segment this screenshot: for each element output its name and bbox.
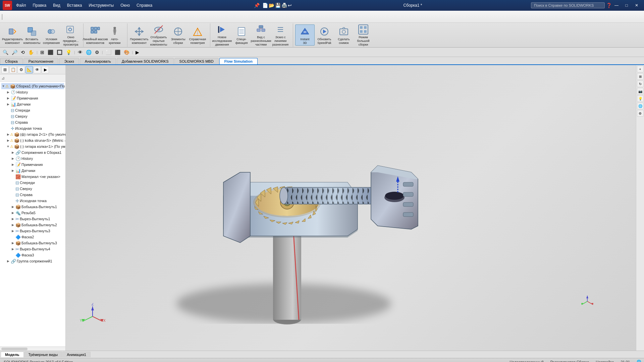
history-toggle[interactable]: ▶ xyxy=(6,90,10,94)
tree-chamfer1-node[interactable]: 🔷 Фаска2 xyxy=(1,234,64,240)
undo-icon[interactable]: ↩ xyxy=(288,3,292,8)
motion-study-button[interactable]: Новоеисследованиедвижения xyxy=(212,23,232,47)
notes-toggle[interactable]: ▶ xyxy=(6,97,10,100)
tree-cut2-node[interactable]: ▶ ✂ Вырез-Вытянуть3 xyxy=(1,228,64,234)
cut2-toggle[interactable]: ▶ xyxy=(11,229,15,233)
tree-front2-node[interactable]: ⊟ Спереди xyxy=(1,180,64,186)
btab-3d-views[interactable]: Трёмерные виды xyxy=(24,352,62,357)
root-toggle[interactable]: ▼ xyxy=(1,84,5,88)
tab-sketch[interactable]: Эскиз xyxy=(59,58,79,64)
maximize-button[interactable]: □ xyxy=(622,2,631,9)
tab-mbd[interactable]: SOLIDWORKS MBD xyxy=(174,58,219,64)
rp-camera-button[interactable]: 📷 xyxy=(637,88,644,95)
tree-notes-node[interactable]: ▶ 📝 Примечания xyxy=(1,95,64,101)
tab-analyze[interactable]: Анализировать xyxy=(80,58,116,64)
standard-views-icon[interactable]: ⊞ xyxy=(39,49,46,56)
help-icon[interactable]: ❓ xyxy=(606,3,612,8)
rp-view-button[interactable]: ⊞ xyxy=(637,73,644,80)
history2-toggle[interactable]: ▶ xyxy=(11,157,15,160)
tree-boss3-node[interactable]: ▶ 📦 Бобышка-Вытянуть3 xyxy=(1,240,64,246)
rp-scene-button[interactable]: 🌐 xyxy=(637,103,644,109)
view-settings-icon[interactable]: ⚙ xyxy=(94,49,101,56)
print-icon[interactable]: 🖨️ xyxy=(281,3,287,8)
gitara2-toggle[interactable]: ▶ xyxy=(6,133,10,136)
tab-flow-simulation[interactable]: Flow Simulation xyxy=(219,58,258,64)
boss3-toggle[interactable]: ▶ xyxy=(11,241,15,245)
btab-model[interactable]: Модель xyxy=(1,352,24,357)
tree-front-node[interactable]: ⊟ Спереди xyxy=(1,107,64,113)
tree-kolka-node[interactable]: ▶ ⚠ 📦 (-) kolka struna<5> (Metric - RH H… xyxy=(1,137,64,143)
tree-origin-node[interactable]: ✛ Исходная точка xyxy=(1,125,64,131)
exploded-view-button[interactable]: Вид сразнесённымичастями xyxy=(251,23,271,47)
menu-insert[interactable]: Вставка xyxy=(66,2,84,8)
show-hidden-button[interactable]: Отобразитьскрытыекомпоненты xyxy=(149,23,168,47)
fasteners-button[interactable]: Авто-крепежи xyxy=(105,24,124,46)
snapshot-button[interactable]: Сделатьснимок xyxy=(334,24,354,46)
display-style-icon[interactable]: 💡 xyxy=(64,49,73,56)
tree-origin2-node[interactable]: ✛ Исходная точка xyxy=(1,198,64,204)
back-view-icon[interactable]: ⬛ xyxy=(113,49,122,56)
section-view-icon[interactable]: ⬛ xyxy=(46,49,55,56)
config-manager-button[interactable]: ⚙ xyxy=(17,66,25,73)
menu-tools[interactable]: Инструменты xyxy=(87,2,115,8)
ref-geometry-button[interactable]: Справочнаягеометрия xyxy=(188,24,207,46)
close-button[interactable]: ✕ xyxy=(632,2,641,9)
rp-settings-button[interactable]: ⚙ xyxy=(637,110,644,117)
tree-root-node[interactable]: ▼ ⚠ 📦 Сборка1 (По умолчанию<По умо... xyxy=(1,83,64,89)
preview-component-button[interactable]: Окнопредвари...просмотра xyxy=(61,23,80,47)
dim-expert-button[interactable]: 📐 xyxy=(25,66,33,73)
pin-icon[interactable]: 📌 xyxy=(254,3,260,8)
property-manager-button[interactable]: 📋 xyxy=(9,66,17,73)
thread1-toggle[interactable]: ▶ xyxy=(11,211,15,215)
tree-mating-node[interactable]: ▶ 🔗 Сопряжения в Сборка1 xyxy=(1,149,64,156)
large-assembly-button[interactable]: Режимбольшойсборки xyxy=(354,23,373,47)
menu-file[interactable]: Файл xyxy=(15,2,28,8)
tree-sensors2-node[interactable]: ▶ 📊 Датчики xyxy=(1,168,64,174)
hide-show-icon[interactable]: 👁 xyxy=(76,49,84,56)
tree-gitara2-node[interactable]: ▶ ⚠ 📦 (ф) гитара 2<1> (По умолчани... xyxy=(1,131,64,137)
status-lang-icon[interactable]: 🌐 xyxy=(637,360,641,362)
menu-view[interactable]: Вид xyxy=(52,2,62,8)
menu-help[interactable]: Справка xyxy=(135,2,154,8)
rp-zoom-button[interactable]: + xyxy=(637,66,644,72)
cut3-toggle[interactable]: ▶ xyxy=(11,247,15,251)
zoom-in-icon[interactable]: 🔎 xyxy=(10,49,19,56)
cut1-toggle[interactable]: ▶ xyxy=(11,217,15,221)
menu-edit[interactable]: Правка xyxy=(32,2,48,8)
linear-pattern-button[interactable]: Линейный массивкомпонентов xyxy=(86,24,105,46)
boss2-toggle[interactable]: ▶ xyxy=(11,223,15,227)
edit-component-button[interactable]: Редактироватькомпонент xyxy=(3,24,22,46)
tree-right-node[interactable]: ⊟ Справа xyxy=(1,119,64,125)
tab-addins[interactable]: Добавления SOLIDWORKS xyxy=(117,58,174,64)
help-search-input[interactable] xyxy=(531,2,605,8)
boss1-toggle[interactable]: ▶ xyxy=(11,205,15,208)
mating-group-toggle[interactable]: ▶ xyxy=(6,259,10,263)
tree-history2-node[interactable]: ▶ 🕐 History xyxy=(1,156,64,162)
front-view-icon[interactable]: ⬜ xyxy=(104,49,113,56)
instant3d-button[interactable]: 3D Instant3D xyxy=(295,24,315,46)
save-icon[interactable]: 💾 xyxy=(275,3,281,8)
tree-top2-node[interactable]: ⊟ Сверху xyxy=(1,186,64,192)
tree-boss1-node[interactable]: ▶ 📦 Бобышка-Вытянуть1 xyxy=(1,204,64,210)
kolka-toggle[interactable]: ▶ xyxy=(6,139,10,142)
speedpak-button[interactable]: ОбновитьSpeedPak xyxy=(315,24,334,46)
sensors-toggle[interactable]: ▶ xyxy=(6,103,10,106)
tab-assembly[interactable]: Сборка xyxy=(0,58,23,64)
view-orient-icon[interactable]: 🔲 xyxy=(55,49,64,56)
tree-top-node[interactable]: ⊟ Сверху xyxy=(1,113,64,119)
insert-component-button[interactable]: Вставитькомпоненты xyxy=(22,24,42,46)
zoom-to-fit-icon[interactable]: 🔍 xyxy=(1,49,10,56)
more-views-icon[interactable]: ▶ xyxy=(134,49,141,56)
rotate-icon[interactable]: ⟲ xyxy=(19,49,26,56)
notes2-toggle[interactable]: ▶ xyxy=(11,163,15,166)
minimize-button[interactable]: — xyxy=(612,2,621,9)
tree-right2-node[interactable]: ⊟ Справа xyxy=(1,192,64,198)
feature-manager-button[interactable]: ⊞ xyxy=(1,66,9,73)
rp-rotate-button[interactable]: ↻ xyxy=(637,80,644,87)
rp-light-button[interactable]: 💡 xyxy=(637,95,644,102)
render-icon[interactable]: 🎨 xyxy=(122,49,131,56)
menu-window[interactable]: Окно xyxy=(119,2,131,8)
explode-sketch-button[interactable]: Эскиз слиниямиразнесения xyxy=(271,23,290,47)
mate-button[interactable]: Условиясопряжения xyxy=(42,24,61,46)
tree-material-node[interactable]: 🧱 Материал <не указан> xyxy=(1,174,64,180)
